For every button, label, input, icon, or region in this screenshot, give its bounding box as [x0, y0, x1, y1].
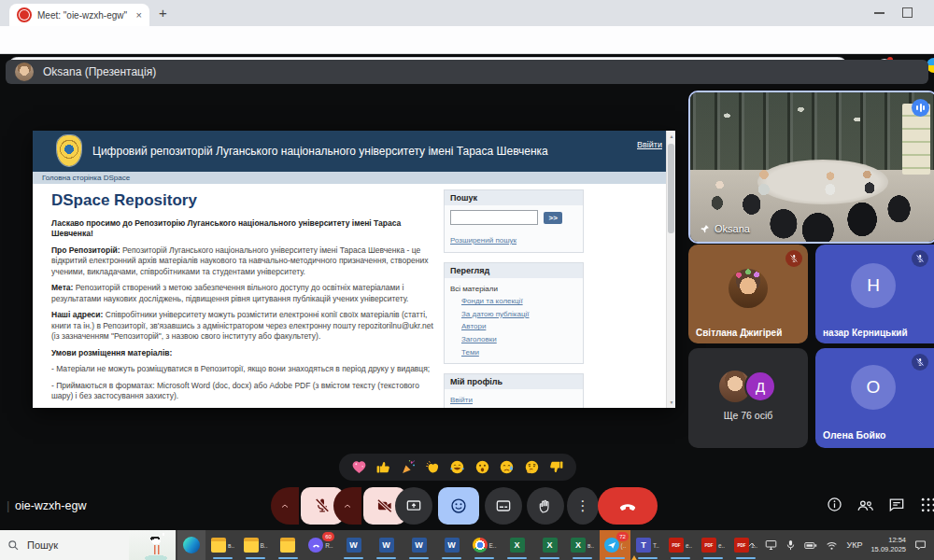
- clock-time: 12:54: [870, 536, 906, 545]
- word-icon: W: [445, 538, 460, 553]
- taskbar-app-pdf[interactable]: PDFe..: [698, 530, 729, 560]
- dspace-scrollbar[interactable]: ▲ ▼: [666, 131, 675, 408]
- participant-initial-avatar: О: [851, 365, 896, 410]
- reaction-party-icon[interactable]: [401, 459, 417, 475]
- participant-avatar: [729, 269, 768, 308]
- browser-tab[interactable]: Meet: "oie-wzxh-egw" ×: [9, 4, 149, 26]
- audio-bar: [916, 105, 918, 110]
- taskbar-app-pdf[interactable]: PDFe..: [665, 530, 696, 560]
- scroll-up-icon[interactable]: ▲: [667, 133, 676, 139]
- raise-hand-button[interactable]: [527, 487, 564, 525]
- browse-link-by-date[interactable]: За датою публікації: [450, 308, 577, 321]
- captions-button[interactable]: [485, 487, 522, 525]
- profile-box-title: Мій профіль: [445, 374, 583, 389]
- taskbar-apps: в.. В.. R..60 W W W W E.. X X Xв.. (..72…: [207, 530, 761, 560]
- taskbar-app-viber[interactable]: R..60: [305, 530, 336, 560]
- action-center-icon[interactable]: [914, 539, 927, 551]
- video-tile-participant[interactable]: Н назар Керницький: [815, 245, 934, 343]
- taskbar-app-excel[interactable]: X: [534, 530, 565, 560]
- browse-box: Перегляд Всі матеріали Фонди та колекції…: [444, 262, 584, 365]
- advanced-search-link[interactable]: Розширений пошук: [450, 234, 577, 247]
- open-window-indicator: [605, 557, 625, 559]
- search-highlight-bird-image[interactable]: [129, 530, 176, 560]
- search-go-button[interactable]: >>: [544, 212, 562, 224]
- browse-link-titles[interactable]: Заголовки: [450, 333, 577, 346]
- language-indicator[interactable]: УКР: [846, 540, 862, 550]
- participants-button[interactable]: [856, 496, 875, 515]
- participant-name: назар Керницький: [823, 328, 908, 338]
- audio-bar: [920, 104, 922, 112]
- scroll-down-icon[interactable]: ▼: [667, 399, 676, 405]
- more-options-button[interactable]: ⋮: [567, 487, 599, 525]
- reaction-thumbs-up-icon[interactable]: [375, 459, 391, 475]
- dspace-login-link[interactable]: Ввійти: [637, 140, 662, 149]
- video-tile-participant[interactable]: О Олена Бойко: [815, 348, 934, 448]
- folder-icon: [244, 538, 259, 553]
- taskbar-app-excel[interactable]: X: [502, 530, 532, 560]
- mic-options-chevron[interactable]: [271, 487, 299, 525]
- new-tab-button[interactable]: +: [159, 5, 167, 21]
- display-icon[interactable]: [765, 539, 777, 551]
- chat-button[interactable]: [887, 496, 906, 514]
- browser-toolbar: https://meet.google.com/oie-wzxh-egw A» …: [0, 26, 934, 54]
- taskbar-app-edge[interactable]: [177, 530, 205, 560]
- reactions-button[interactable]: [438, 487, 479, 525]
- reaction-thinking-icon[interactable]: [524, 459, 540, 475]
- open-window-indicator: [278, 557, 298, 559]
- browse-link-authors[interactable]: Автори: [450, 320, 577, 333]
- video-tile-presenter[interactable]: Oksana: [688, 91, 934, 244]
- activities-button[interactable]: [919, 496, 934, 514]
- reaction-cry-icon[interactable]: [499, 459, 515, 475]
- present-screen-button[interactable]: [395, 487, 432, 525]
- taskbar-app-word[interactable]: W: [371, 530, 402, 560]
- reaction-laugh-icon[interactable]: [449, 459, 465, 475]
- reaction-heart-icon[interactable]: [351, 459, 367, 475]
- wifi-icon[interactable]: [826, 540, 838, 551]
- reaction-thumbs-down-icon[interactable]: [548, 459, 564, 475]
- meeting-info-button[interactable]: [826, 496, 843, 513]
- paragraph-contacts: Наші адреси: Співробітники університету …: [51, 310, 438, 342]
- paragraph-goal-lead: Мета:: [51, 283, 73, 292]
- taskbar-clock[interactable]: 12:54 15.09.2025: [870, 536, 906, 554]
- reaction-surprised-icon[interactable]: [474, 459, 490, 475]
- taskbar-search-placeholder: Пошук: [27, 539, 58, 551]
- tray-chevron-icon[interactable]: [747, 540, 757, 550]
- camera-options-chevron[interactable]: [333, 487, 361, 525]
- tray-mic-icon[interactable]: [785, 539, 796, 551]
- taskbar-app-folder[interactable]: В..: [240, 530, 271, 560]
- chrome-icon: [473, 538, 488, 553]
- dspace-content: DSpace Repository Ласкаво просимо до Реп…: [33, 184, 666, 408]
- window-restore-button[interactable]: [902, 7, 913, 18]
- window-minimize-button[interactable]: [874, 12, 884, 14]
- profile-login-link[interactable]: Ввійти: [450, 394, 577, 407]
- open-window-indicator: [409, 557, 429, 559]
- taskbar-app-folder[interactable]: в..: [207, 530, 238, 560]
- open-window-indicator: [213, 557, 233, 559]
- reaction-clap-icon[interactable]: [425, 459, 441, 475]
- more-participants-tile[interactable]: Д Ще 76 осіб: [688, 348, 808, 448]
- taskbar-app-word[interactable]: W: [338, 530, 369, 560]
- excel-icon: X: [543, 538, 558, 553]
- end-call-button[interactable]: [598, 487, 658, 525]
- taskbar-app-word[interactable]: W: [403, 530, 434, 560]
- taskbar-app-word[interactable]: W: [436, 530, 467, 560]
- breadcrumb[interactable]: Головна сторінка DSpace: [33, 172, 675, 184]
- paragraph-goal: Мета: Репозиторій створений з метою забе…: [51, 283, 438, 304]
- word-icon: W: [379, 538, 394, 553]
- mic-muted-icon: [912, 250, 928, 267]
- audio-level-icon: [912, 99, 929, 117]
- taskbar-app-excel[interactable]: Xв..: [567, 530, 598, 560]
- taskbar-app-teams[interactable]: TT..: [632, 530, 663, 560]
- tab-close-icon[interactable]: ×: [136, 9, 142, 21]
- app-label: в..: [587, 542, 594, 549]
- browse-link-communities[interactable]: Фонди та колекції: [450, 295, 577, 308]
- taskbar-app-telegram[interactable]: (..72: [600, 530, 630, 560]
- profile-register-link[interactable]: Зареєструватися: [450, 407, 577, 408]
- search-input[interactable]: [450, 210, 538, 225]
- battery-icon[interactable]: [804, 540, 817, 551]
- scrollbar-thumb[interactable]: [668, 144, 674, 233]
- taskbar-app-chrome[interactable]: E..: [469, 530, 500, 560]
- taskbar-app-folder[interactable]: [273, 530, 304, 560]
- browse-link-subjects[interactable]: Теми: [450, 346, 577, 359]
- video-tile-participant[interactable]: Світлана Джигірей: [688, 245, 808, 343]
